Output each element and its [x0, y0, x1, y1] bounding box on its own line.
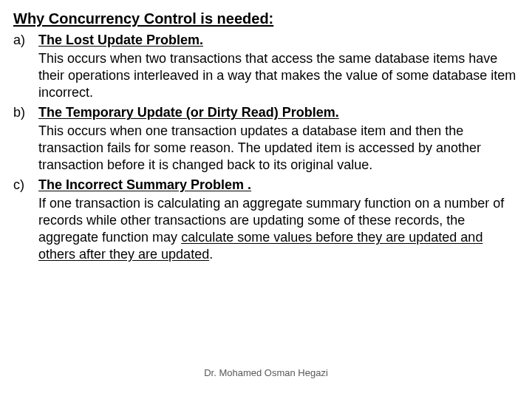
slide-title: Why Concurrency Control is needed: — [13, 10, 519, 27]
reason-list: a) The Lost Update Problem. This occurs … — [13, 32, 519, 263]
item-description: This occurs when two transactions that a… — [38, 50, 519, 101]
list-item: a) The Lost Update Problem. This occurs … — [13, 32, 519, 101]
item-marker: a) — [13, 32, 38, 101]
item-body: The Lost Update Problem. This occurs whe… — [38, 32, 519, 101]
slide-footer: Dr. Mohamed Osman Hegazi — [0, 367, 532, 378]
item-body: The Temporary Update (or Dirty Read) Pro… — [38, 104, 519, 174]
item-marker: c) — [13, 177, 38, 263]
desc-post: . — [209, 247, 213, 262]
item-description: This occurs when one transaction updates… — [38, 123, 519, 174]
list-item: c) The Incorrect Summary Problem . If on… — [13, 177, 519, 263]
list-item: b) The Temporary Update (or Dirty Read) … — [13, 104, 519, 174]
item-description: If one transaction is calculating an agg… — [38, 195, 519, 263]
item-title: The Incorrect Summary Problem . — [38, 177, 519, 194]
item-marker: b) — [13, 104, 38, 174]
item-title: The Lost Update Problem. — [38, 32, 519, 49]
item-body: The Incorrect Summary Problem . If one t… — [38, 177, 519, 263]
slide-content: Why Concurrency Control is needed: a) Th… — [0, 0, 532, 399]
item-title: The Temporary Update (or Dirty Read) Pro… — [38, 104, 519, 121]
